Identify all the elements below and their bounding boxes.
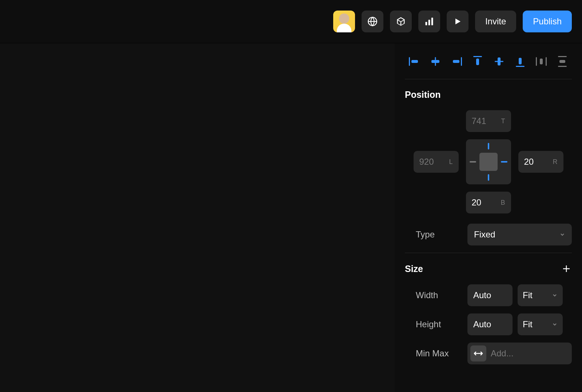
size-add-button[interactable] [561,263,572,274]
width-input[interactable]: Auto [467,284,513,306]
bar-chart-icon [424,16,434,27]
minmax-label: Min Max [405,348,462,359]
distribute-v-button[interactable] [553,54,572,69]
align-bottom-icon [515,55,525,68]
svg-rect-21 [558,66,567,67]
position-bottom-label: B [501,199,505,207]
svg-rect-14 [498,57,501,65]
position-bottom-input[interactable]: 20 B [466,192,511,213]
canvas-area[interactable] [0,43,395,392]
svg-rect-19 [540,59,543,64]
anchor-widget[interactable] [466,139,511,184]
alignment-row [405,54,572,79]
play-icon [453,17,462,26]
distribute-h-icon [535,56,547,67]
svg-rect-11 [473,56,482,57]
position-right-label: R [553,158,558,166]
anchor-bottom-handle[interactable] [488,174,489,181]
anchor-left-handle[interactable] [470,161,476,163]
top-bar: Invite Publish [0,0,582,43]
height-label: Height [405,319,462,329]
minmax-row: Min Max Add... [405,343,572,364]
content: Position 741 T 920 L 20 R 20 [0,43,582,392]
position-type-select[interactable]: Fixed [467,224,572,245]
plus-icon [562,265,570,273]
position-left-value: 920 [419,157,434,167]
width-mode-select[interactable]: Fit [518,284,563,306]
svg-rect-5 [409,57,410,66]
minmax-placeholder: Add... [491,348,514,359]
minmax-input[interactable]: Add... [467,343,572,364]
svg-rect-9 [461,57,462,66]
height-value: Auto [473,319,491,329]
position-top-value: 741 [472,116,486,126]
size-section-header: Size [405,263,572,274]
anchor-center[interactable] [479,153,498,171]
position-section-title: Position [405,89,572,100]
analytics-button[interactable] [418,11,440,32]
divider [405,253,572,253]
position-top-label: T [501,117,505,125]
position-bottom-value: 20 [472,197,482,208]
position-right-input[interactable]: 20 R [518,151,563,173]
position-type-label: Type [405,229,462,240]
properties-panel: Position 741 T 920 L 20 R 20 [395,43,582,392]
svg-rect-12 [476,59,479,65]
height-row: Height Auto Fit [405,313,572,335]
publish-button[interactable]: Publish [523,11,572,32]
invite-label: Invite [485,16,506,27]
position-right-value: 20 [524,157,534,167]
align-center-v-icon [494,55,504,68]
distribute-h-button[interactable] [532,54,551,69]
svg-rect-15 [516,66,525,67]
width-mode-value: Fit [523,290,533,300]
align-center-v-button[interactable] [490,54,509,69]
height-mode-select[interactable]: Fit [518,313,563,335]
anchor-right-handle[interactable] [501,161,507,163]
align-top-button[interactable] [468,54,487,69]
svg-rect-8 [431,60,439,63]
position-grid: 741 T 920 L 20 R 20 B [405,110,572,213]
chevron-down-icon [552,292,558,298]
svg-rect-2 [425,22,427,25]
align-left-button[interactable] [405,54,424,69]
align-left-icon [408,56,420,67]
size-section-title: Size [405,264,423,274]
svg-rect-17 [536,57,537,66]
svg-rect-18 [546,57,547,66]
width-value: Auto [473,290,491,300]
position-type-value: Fixed [474,229,495,240]
position-left-input[interactable]: 920 L [414,151,459,173]
align-right-icon [450,56,463,67]
anchor-top-handle[interactable] [488,143,489,149]
minmax-icon-container [470,345,486,361]
align-top-icon [473,55,483,68]
svg-rect-22 [559,60,565,63]
invite-button[interactable]: Invite [475,11,516,32]
publish-label: Publish [533,16,562,27]
svg-rect-6 [411,60,418,63]
align-center-h-button[interactable] [426,54,445,69]
chevron-down-icon [552,321,558,327]
svg-rect-20 [558,56,567,57]
svg-rect-3 [428,20,430,25]
avatar[interactable] [333,11,355,32]
distribute-v-icon [557,55,567,68]
svg-rect-16 [519,58,522,64]
svg-rect-4 [431,18,433,25]
chevron-down-icon [559,232,565,237]
arrows-horizontal-icon [473,351,483,356]
cube-button[interactable] [390,11,412,32]
height-mode-value: Fit [523,319,533,329]
width-label: Width [405,290,462,300]
position-type-row: Type Fixed [405,224,572,245]
play-button[interactable] [447,11,469,32]
position-top-input[interactable]: 741 T [466,110,511,132]
align-bottom-button[interactable] [511,54,530,69]
svg-rect-10 [453,60,459,63]
align-right-button[interactable] [447,54,466,69]
globe-button[interactable] [362,11,383,32]
align-center-h-icon [429,56,442,67]
cube-icon [396,16,406,27]
height-input[interactable]: Auto [467,313,513,335]
